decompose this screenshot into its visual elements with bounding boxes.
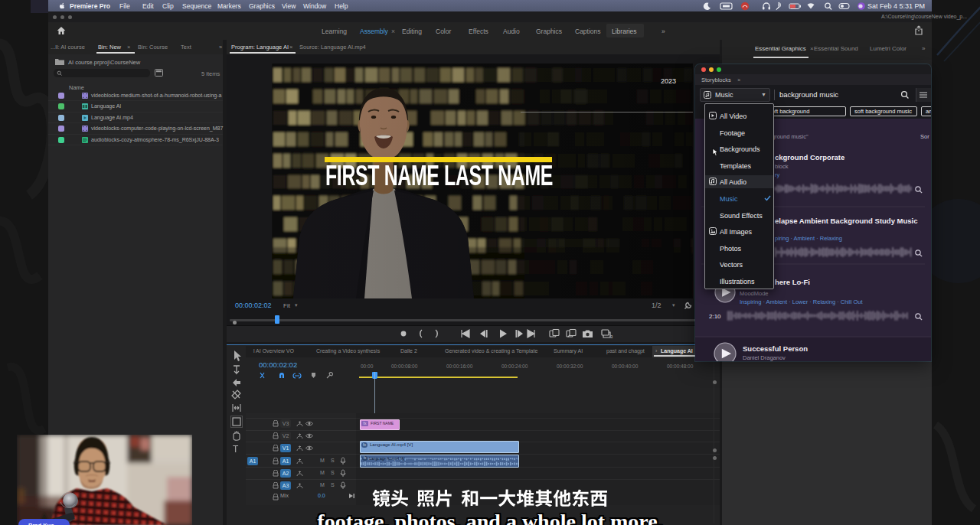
- svg-text:3: 3: [610, 334, 613, 339]
- svg-text:here Lo-Fi: here Lo-Fi: [775, 278, 810, 286]
- svg-text:elapse Ambient Background Stud: elapse Ambient Background Study Music: [775, 217, 918, 225]
- svg-text:Inspiring · Ambient · Lower ·: Inspiring · Ambient · Lower · Relaxing ·…: [740, 298, 863, 305]
- svg-text:T: T: [233, 444, 239, 455]
- svg-text:MoodMode: MoodMode: [740, 290, 769, 297]
- svg-text:2:10: 2:10: [709, 313, 721, 320]
- svg-text:block: block: [775, 163, 789, 170]
- svg-text:Successful Person: Successful Person: [743, 344, 808, 353]
- svg-text:Daniel Draganov: Daniel Draganov: [743, 354, 786, 361]
- svg-text:piring · Ambient · Relaxing: piring · Ambient · Relaxing: [775, 235, 842, 242]
- svg-text:ry: ry: [775, 171, 779, 178]
- svg-text:ckground Corporate: ckground Corporate: [775, 153, 844, 161]
